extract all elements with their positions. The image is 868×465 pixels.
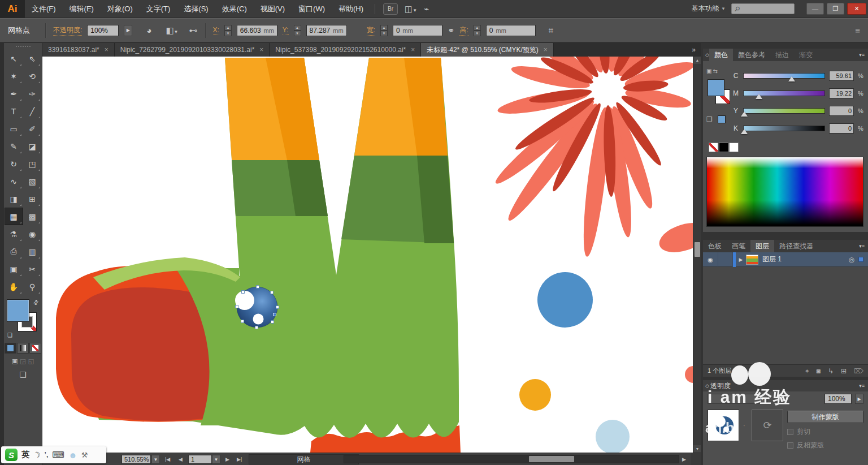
tool-selection[interactable]: ↖ bbox=[5, 50, 23, 67]
zoom-level-input[interactable]: 510.55% bbox=[121, 455, 151, 464]
gradient-mode-button[interactable] bbox=[17, 343, 29, 354]
close-button[interactable]: ✕ bbox=[847, 3, 866, 15]
layer-name[interactable]: 图层 1 bbox=[762, 255, 782, 264]
invert-mask-checkbox[interactable]: 反相蒙版 bbox=[787, 441, 863, 450]
transparency-opacity-input[interactable]: 100% bbox=[824, 394, 852, 404]
tab-brushes[interactable]: 画笔 bbox=[727, 240, 750, 252]
opacity-dropdown-icon[interactable]: ▶ bbox=[124, 25, 132, 36]
collapse-icon[interactable]: ◇ bbox=[703, 380, 709, 392]
new-layer-icon[interactable]: ⊞ bbox=[841, 367, 847, 375]
document-tab-active[interactable]: 未标题-42* @ 510.55% (CMYK/预览)× bbox=[421, 43, 554, 57]
tool-eraser[interactable]: ◪ bbox=[23, 137, 42, 155]
eye-artwork[interactable] bbox=[235, 286, 279, 329]
white-swatch[interactable] bbox=[729, 143, 739, 152]
control-panel-menu-icon[interactable]: ≡ bbox=[855, 25, 860, 35]
y-input[interactable]: 87.287mm bbox=[306, 25, 347, 36]
make-clipping-mask-icon[interactable]: ◙ bbox=[817, 367, 821, 375]
opacity-label[interactable]: 不透明度: bbox=[53, 25, 82, 36]
align-icon[interactable]: ⊷ bbox=[189, 25, 198, 36]
menu-type[interactable]: 文字(T) bbox=[140, 0, 177, 18]
none-swatch[interactable] bbox=[709, 143, 718, 152]
black-slider[interactable] bbox=[743, 126, 825, 131]
clip-checkbox[interactable]: 剪切 bbox=[787, 427, 863, 437]
donkey-artwork[interactable] bbox=[56, 58, 461, 453]
confetti-dots-artwork[interactable] bbox=[519, 217, 693, 453]
tool-eyedropper[interactable]: ⚗ bbox=[5, 225, 23, 243]
search-input[interactable]: ⚲ bbox=[731, 3, 795, 14]
expand-layer-icon[interactable]: ▶ bbox=[736, 257, 746, 262]
menu-view[interactable]: 视图(V) bbox=[254, 0, 292, 18]
sogou-logo[interactable]: S bbox=[5, 449, 18, 461]
draw-normal-icon[interactable]: ▣ bbox=[12, 358, 18, 365]
menu-help[interactable]: 帮助(H) bbox=[332, 0, 370, 18]
tool-line[interactable]: ╱ bbox=[23, 102, 42, 120]
artboard-number-input[interactable]: 1 bbox=[188, 455, 212, 464]
transparency-panel-header[interactable]: ◇ 透明度 ▾≡ bbox=[703, 380, 868, 391]
tool-lasso[interactable]: ⟲ bbox=[23, 67, 42, 85]
opacity-dropdown-icon[interactable]: ▶ bbox=[855, 394, 863, 404]
transform-icon[interactable]: ⌗ bbox=[549, 25, 553, 36]
tab-close-icon[interactable]: × bbox=[105, 46, 108, 54]
width-input[interactable]: 0mm bbox=[393, 25, 442, 36]
draw-behind-icon[interactable]: ◲ bbox=[20, 358, 25, 365]
width-label[interactable]: 宽: bbox=[367, 25, 375, 36]
workspace-switcher[interactable]: 基本功能 bbox=[692, 4, 719, 14]
vertical-scroll-thumb[interactable] bbox=[695, 242, 700, 257]
tab-gradient[interactable]: 渐变 bbox=[794, 49, 818, 61]
scroll-down-icon[interactable]: ▼ bbox=[693, 445, 701, 453]
x-label[interactable]: X: bbox=[213, 26, 219, 35]
tool-symbol-sprayer[interactable]: ⎙ bbox=[5, 243, 23, 260]
tool-magic-wand[interactable]: ✶ bbox=[5, 67, 23, 85]
ime-language-toggle[interactable]: 英 bbox=[21, 450, 29, 460]
menu-object[interactable]: 对象(O) bbox=[101, 0, 140, 18]
blend-mode-dropdown[interactable]: ▼ bbox=[708, 394, 767, 404]
ime-toolbar[interactable]: S 英 ☽ ’, ⌨ ☻ ⚒ bbox=[1, 446, 106, 463]
tab-color-guide[interactable]: 颜色参考 bbox=[733, 49, 770, 61]
out-of-gamut-icon[interactable]: ❒ bbox=[706, 115, 713, 123]
height-stepper[interactable]: ▲▼ bbox=[474, 25, 481, 36]
magenta-value-input[interactable]: 19.22 bbox=[829, 88, 854, 98]
link-dimensions-icon[interactable]: ⚭ bbox=[448, 25, 455, 36]
draw-inside-icon[interactable]: ◱ bbox=[28, 358, 34, 365]
artboard-first-button[interactable]: |◀ bbox=[163, 453, 172, 465]
black-swatch[interactable] bbox=[719, 143, 728, 152]
panel-menu-icon[interactable]: ▾≡ bbox=[856, 49, 868, 61]
height-input[interactable]: 0mm bbox=[486, 25, 536, 36]
canvas[interactable] bbox=[42, 57, 693, 453]
tab-color[interactable]: 颜色 bbox=[709, 49, 733, 61]
last-color-swatch[interactable] bbox=[718, 115, 726, 123]
opacity-input[interactable]: 100% bbox=[87, 25, 119, 36]
lock-column[interactable] bbox=[718, 252, 733, 267]
yellow-slider[interactable] bbox=[743, 108, 825, 114]
punctuation-icon[interactable]: ’, bbox=[45, 451, 49, 459]
tab-close-icon[interactable]: × bbox=[544, 46, 548, 54]
document-tab[interactable]: Nipic_537398_20190929202152610000.ai*× bbox=[270, 43, 421, 57]
x-input[interactable]: 66.603mm bbox=[237, 25, 277, 36]
object-thumbnail[interactable] bbox=[708, 410, 739, 441]
tab-layers[interactable]: 图层 bbox=[750, 240, 774, 252]
artboard-next-button[interactable]: ▶ bbox=[223, 453, 232, 465]
height-label[interactable]: 高: bbox=[459, 25, 468, 36]
artboard-prev-button[interactable]: ◀ bbox=[176, 453, 185, 465]
delete-layer-icon[interactable]: ⌦ bbox=[854, 367, 863, 375]
tab-stroke[interactable]: 描边 bbox=[770, 49, 794, 61]
tool-artboard[interactable]: ▣ bbox=[5, 260, 23, 278]
tool-width[interactable]: ∿ bbox=[5, 173, 23, 190]
minimize-button[interactable]: — bbox=[806, 3, 824, 15]
tool-rectangle[interactable]: ▭ bbox=[5, 120, 23, 137]
artboard-dropdown-icon[interactable]: ▼ bbox=[212, 455, 220, 464]
cyan-slider[interactable] bbox=[743, 73, 825, 79]
tab-pathfinder[interactable]: 路径查找器 bbox=[774, 240, 818, 252]
bridge-button[interactable]: Br bbox=[383, 3, 398, 15]
panel-grip[interactable] bbox=[4, 43, 42, 50]
keyboard-icon[interactable]: ⌨ bbox=[52, 450, 64, 460]
menu-edit[interactable]: 编辑(E) bbox=[63, 0, 101, 18]
x-stepper[interactable]: ▲▼ bbox=[224, 25, 232, 36]
moon-icon[interactable]: ☽ bbox=[32, 449, 42, 460]
tool-hand[interactable]: ✋ bbox=[5, 278, 23, 295]
share-icon[interactable]: ⌁ bbox=[424, 4, 429, 14]
tool-blend[interactable]: ◉ bbox=[23, 225, 42, 243]
tab-close-icon[interactable]: × bbox=[411, 46, 415, 54]
wrench-icon[interactable]: ⚒ bbox=[81, 451, 88, 459]
tool-paintbrush[interactable]: ✐ bbox=[23, 120, 42, 137]
